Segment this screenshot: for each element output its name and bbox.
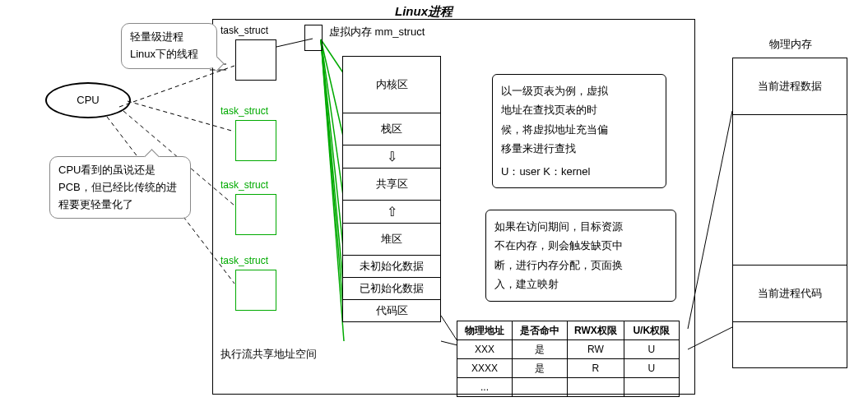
- pt-r2-addr: ...: [457, 378, 513, 397]
- note1-l3: 候，将虚拟地址充当偏: [501, 120, 657, 139]
- vm-shared: 共享区: [342, 169, 441, 201]
- pt-h-hit: 是否命中: [513, 321, 568, 340]
- vm-code: 代码区: [342, 300, 441, 322]
- task-struct-box-2: [235, 194, 276, 235]
- task-struct-label-black: task_struct: [220, 25, 268, 36]
- pt-r2-rwx: [568, 378, 624, 397]
- vm-heap-arrow: [342, 201, 441, 224]
- callout-lwp-line1: 轻量级进程: [130, 29, 208, 46]
- note-page-fault: 如果在访问期间，目标资源 不在内存，则会触发缺页中 断，进行内存分配，页面换 入…: [485, 210, 676, 302]
- pt-r0-addr: XXX: [457, 340, 513, 359]
- callout-lwp-line2: Linux下的线程: [130, 46, 208, 63]
- diagram-title: Linux进程: [395, 4, 453, 20]
- note2-l3: 断，进行内存分配，页面换: [494, 256, 667, 275]
- pt-r0-uk: U: [624, 340, 679, 359]
- callout-lwp: 轻量级进程 Linux下的线程: [121, 23, 217, 69]
- note2-l1: 如果在访问期间，目标资源: [494, 217, 667, 236]
- task-struct-label-green-1: task_struct: [220, 105, 268, 117]
- task-struct-box-3: [235, 270, 276, 311]
- vm-bss: 未初始化数据: [342, 256, 441, 278]
- pt-h-addr: 物理地址: [457, 321, 513, 340]
- task-struct-box-0: [235, 39, 276, 81]
- pt-r1-addr: XXXX: [457, 359, 513, 378]
- page-table-row-1: XXXX 是 R U: [457, 359, 680, 378]
- task-struct-box-1: [235, 120, 276, 161]
- vm-stack-label: 栈区: [381, 122, 402, 135]
- physical-memory-title: 物理内存: [769, 37, 812, 52]
- exec-flow-label: 执行流共享地址空间: [220, 347, 317, 362]
- note1-l5: U：user K：kernel: [501, 162, 657, 181]
- page-table-row-2: ...: [457, 378, 680, 397]
- pt-r1-rwx: R: [568, 359, 624, 378]
- vm-stack-arrow: [342, 145, 441, 169]
- phys-gap: [732, 115, 847, 266]
- task-struct-label-green-3: task_struct: [220, 255, 268, 266]
- pt-r1-hit: 是: [513, 359, 568, 378]
- note2-l2: 不在内存，则会触发缺页中: [494, 236, 667, 255]
- note2-l4: 入，建立映射: [494, 275, 667, 293]
- note1-l2: 地址在查找页表的时: [501, 100, 657, 119]
- pt-r2-uk: [624, 378, 679, 397]
- pt-r1-uk: U: [624, 359, 679, 378]
- cpu-node: CPU: [45, 82, 131, 118]
- page-table: 物理地址 是否命中 RWX权限 U/K权限 XXX 是 RW U XXXX 是 …: [457, 321, 680, 397]
- note1-l1: 以一级页表为例，虚拟: [501, 81, 657, 100]
- pt-r2-hit: [513, 378, 568, 397]
- phys-code: 当前进程代码: [732, 266, 847, 322]
- page-table-header-row: 物理地址 是否命中 RWX权限 U/K权限: [457, 321, 680, 340]
- pt-r0-hit: 是: [513, 340, 568, 359]
- pt-h-rwx: RWX权限: [568, 321, 624, 340]
- note-page-table-lookup: 以一级页表为例，虚拟 地址在查找页表的时 候，将虚拟地址充当偏 移量来进行查找 …: [492, 74, 666, 188]
- phys-data: 当前进程数据: [732, 58, 847, 115]
- vm-data: 已初始化数据: [342, 278, 441, 300]
- vm-column: 内核区 栈区 共享区 堆区 未初始化数据 已初始化数据 代码区: [342, 56, 441, 322]
- vm-heap: 堆区: [342, 224, 441, 256]
- task-struct-label-green-2: task_struct: [220, 179, 268, 191]
- vm-title: 虚拟内存 mm_struct: [329, 25, 425, 39]
- phys-tail: [732, 322, 847, 368]
- pt-h-uk: U/K权限: [624, 321, 679, 340]
- vm-kernel: 内核区: [342, 56, 441, 113]
- callout-pcb: CPU看到的虽说还是PCB，但已经比传统的进程要更轻量化了: [49, 156, 191, 219]
- callout-pcb-text: CPU看到的虽说还是PCB，但已经比传统的进程要更轻量化了: [58, 164, 177, 210]
- pt-r0-rwx: RW: [568, 340, 624, 359]
- page-table-row-0: XXX 是 RW U: [457, 340, 680, 359]
- vm-stack: 栈区: [342, 113, 441, 145]
- mm-struct-box: [304, 25, 323, 51]
- note1-l4: 移量来进行查找: [501, 139, 657, 158]
- physical-memory-column: 当前进程数据 当前进程代码: [732, 58, 847, 368]
